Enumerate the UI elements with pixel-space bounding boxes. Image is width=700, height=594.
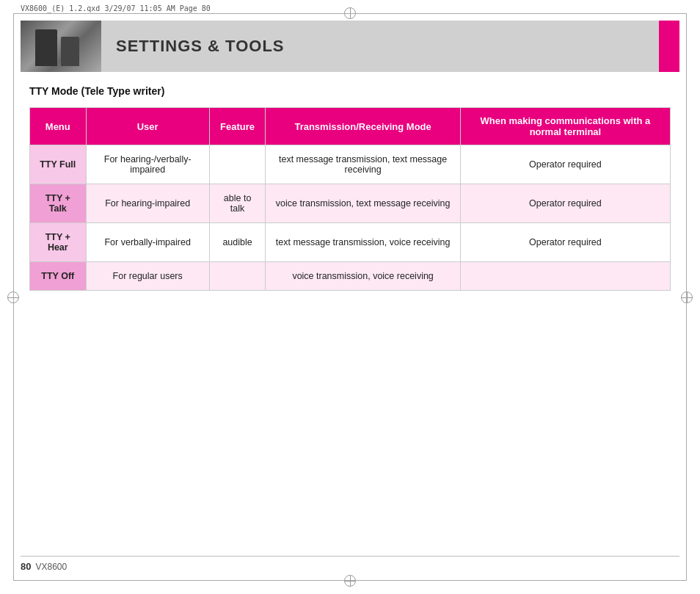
cell-feature-1: able to talk (209, 184, 266, 223)
cell-menu-2: TTY + Hear (30, 223, 87, 262)
cell-menu-0: TTY Full (30, 145, 87, 184)
cell-terminal-0: Operator required (460, 145, 670, 184)
section-title: TTY Mode (Tele Type writer) (29, 85, 671, 97)
footer: 80 VX8600 (21, 556, 679, 572)
page-border-top (13, 13, 687, 14)
table-row: TTY Full For hearing-/verbally-impaired … (30, 145, 671, 184)
page-border-left (13, 13, 14, 581)
main-content: TTY Mode (Tele Type writer) Menu User Fe… (29, 85, 671, 291)
cell-terminal-3 (460, 262, 670, 291)
cell-transmission-1: voice transmission, text message receivi… (266, 184, 460, 223)
cell-transmission-3: voice transmission, voice receiving (266, 262, 460, 291)
tty-table: Menu User Feature Transmission/Receiving… (29, 107, 671, 291)
table-row: TTY + Talk For hearing-impaired able to … (30, 184, 671, 223)
col-header-feature: Feature (209, 108, 266, 145)
cell-user-0: For hearing-/verbally-impaired (86, 145, 209, 184)
cell-menu-1: TTY + Talk (30, 184, 87, 223)
cell-feature-2: audible (209, 223, 266, 262)
col-header-transmission: Transmission/Receiving Mode (266, 108, 460, 145)
cell-feature-3 (209, 262, 266, 291)
table-row: TTY Off For regular users voice transmis… (30, 262, 671, 291)
table-header-row: Menu User Feature Transmission/Receiving… (30, 108, 671, 145)
page-border-right (686, 13, 687, 581)
cell-user-1: For hearing-impaired (86, 184, 209, 223)
footer-page-number: 80 (21, 561, 31, 572)
reg-mark-bottom (344, 575, 356, 587)
cell-user-3: For regular users (86, 262, 209, 291)
table-row: TTY + Hear For verbally-impaired audible… (30, 223, 671, 262)
cell-transmission-0: text message transmission, text message … (266, 145, 460, 184)
header-title-area: SETTINGS & TOOLS (101, 37, 659, 56)
cell-terminal-1: Operator required (460, 184, 670, 223)
cell-transmission-2: text message transmission, voice receivi… (266, 223, 460, 262)
header-photo (21, 21, 101, 72)
file-reference: VX8600_(E) 1.2.qxd 3/29/07 11:05 AM Page… (21, 4, 211, 12)
col-header-user: User (86, 108, 209, 145)
page-border-bottom (13, 580, 687, 581)
cell-user-2: For verbally-impaired (86, 223, 209, 262)
header-title: SETTINGS & TOOLS (116, 37, 285, 56)
col-header-terminal: When making communications with a normal… (460, 108, 670, 145)
header-bar: SETTINGS & TOOLS (21, 21, 679, 72)
cell-feature-0 (209, 145, 266, 184)
header-photo-decoration (21, 21, 101, 72)
reg-mark-right (681, 291, 693, 303)
footer-model-name: VX8600 (35, 562, 67, 572)
header-pink-accent (659, 21, 679, 72)
col-header-menu: Menu (30, 108, 87, 145)
cell-menu-3: TTY Off (30, 262, 87, 291)
cell-terminal-2: Operator required (460, 223, 670, 262)
